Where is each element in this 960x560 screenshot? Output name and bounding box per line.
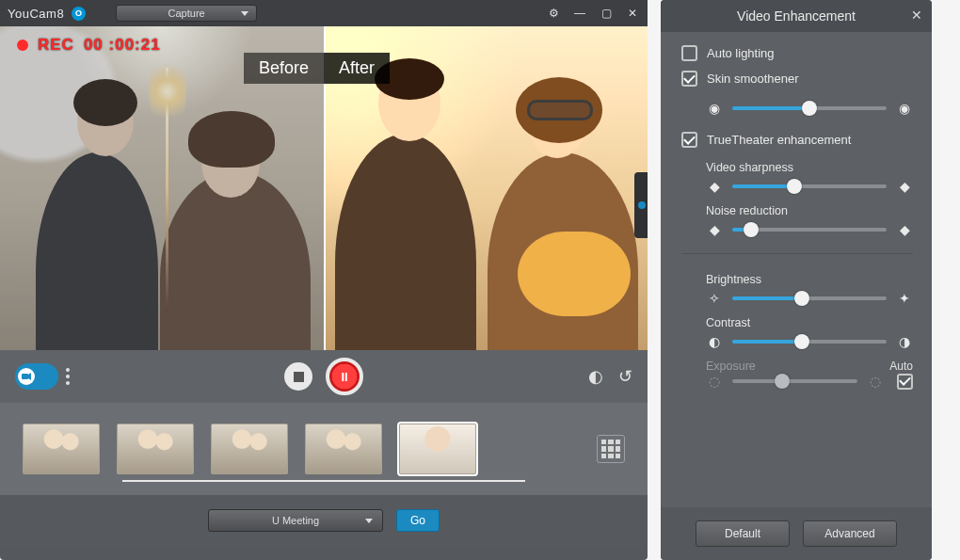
truetheater-checkbox[interactable] — [681, 132, 697, 148]
brightness-slider[interactable] — [732, 296, 887, 300]
app-title: YouCam8 — [8, 7, 64, 21]
advanced-button[interactable]: Advanced — [803, 520, 897, 547]
transport-bar: II ◐ ↺ — [0, 350, 648, 403]
noise-max-icon: ◆ — [896, 221, 913, 238]
close-button[interactable]: ✕ — [625, 6, 640, 21]
noise-reduction-label: Noise reduction — [706, 204, 913, 217]
video-preview: REC 00 :00:21 Before After — [0, 26, 648, 350]
video-sharpness-label: Video sharpness — [706, 161, 913, 174]
launch-app-label: U Meeting — [272, 515, 319, 526]
panel-title: Video Enhancement — [737, 8, 856, 24]
panel-close-button[interactable]: ✕ — [911, 8, 922, 23]
goggles-icon — [527, 100, 593, 120]
noise-min-icon: ◆ — [706, 221, 723, 238]
launch-bar: U Meeting Go — [0, 495, 648, 546]
exposure-label: Exposure — [706, 360, 756, 373]
panel-expand-handle[interactable] — [634, 172, 648, 238]
smooth-max-icon: ◉ — [896, 100, 913, 117]
before-label: Before — [244, 53, 324, 84]
minimize-button[interactable]: — — [572, 6, 587, 21]
thumbnail-strip — [0, 403, 648, 495]
exposure-auto-checkbox[interactable] — [897, 374, 913, 390]
camera-toggle[interactable] — [15, 363, 58, 390]
rec-label: REC — [38, 36, 74, 55]
brightness-label: Brightness — [706, 273, 913, 286]
smooth-min-icon: ◉ — [706, 100, 723, 117]
contrast-label: Contrast — [706, 316, 913, 329]
rec-time: 00 :00:21 — [84, 36, 161, 55]
enhancement-icon[interactable]: ◐ — [588, 366, 603, 387]
truetheater-label: TrueTheater enhancement — [707, 133, 851, 147]
maximize-button[interactable]: ▢ — [599, 6, 614, 21]
title-bar: YouCam8 O Capture ⚙ — ▢ ✕ — [0, 0, 648, 26]
auto-lighting-checkbox[interactable] — [681, 45, 697, 61]
sparkler — [166, 68, 168, 311]
pause-icon: II — [341, 370, 347, 384]
skin-smoothener-slider[interactable] — [732, 106, 887, 110]
exposure-auto-label: Auto — [889, 360, 913, 373]
thumbnail[interactable] — [305, 424, 382, 474]
contrast-min-icon: ◐ — [706, 333, 723, 350]
app-logo-badge: O — [72, 7, 86, 21]
more-menu-icon[interactable] — [66, 368, 79, 385]
pause-record-button[interactable]: II — [326, 358, 363, 395]
contrast-max-icon: ◑ — [896, 333, 913, 350]
mode-dropdown-label: Capture — [168, 8, 205, 19]
camera-icon — [18, 368, 35, 385]
sharpness-max-icon: ◆ — [896, 178, 913, 195]
recording-indicator: REC 00 :00:21 — [17, 36, 161, 55]
grid-view-button[interactable] — [597, 435, 625, 463]
thumbnail[interactable] — [399, 424, 476, 474]
default-button[interactable]: Default — [696, 520, 790, 547]
sharpness-min-icon: ◆ — [706, 178, 723, 195]
thumbnail-scrollbar[interactable] — [122, 480, 525, 482]
settings-icon[interactable]: ⚙ — [546, 6, 561, 21]
launch-app-dropdown[interactable]: U Meeting — [208, 509, 383, 532]
skin-smoothener-checkbox[interactable] — [681, 71, 697, 87]
auto-lighting-label: Auto lighting — [707, 46, 775, 60]
skin-smoothener-label: Skin smoothener — [707, 72, 799, 86]
video-sharpness-slider[interactable] — [732, 184, 887, 188]
go-button[interactable]: Go — [396, 509, 440, 532]
thumbnail[interactable] — [117, 424, 194, 474]
exposure-min-icon: ◌ — [706, 373, 723, 390]
thumbnail[interactable] — [23, 424, 100, 474]
stop-button[interactable] — [284, 362, 312, 391]
reset-icon[interactable]: ↺ — [618, 366, 632, 387]
thumbnail[interactable] — [211, 424, 288, 474]
noise-reduction-slider[interactable] — [732, 228, 887, 232]
record-dot-icon — [17, 40, 28, 51]
exposure-slider — [732, 379, 857, 383]
brightness-max-icon: ✦ — [896, 290, 913, 307]
main-window: YouCam8 O Capture ⚙ — ▢ ✕ — [0, 0, 648, 560]
after-label: After — [324, 53, 390, 84]
svg-rect-0 — [22, 374, 28, 379]
svg-marker-1 — [28, 373, 31, 380]
contrast-slider[interactable] — [732, 340, 887, 344]
panel-footer: Default Advanced — [661, 507, 932, 560]
exposure-max-icon: ◌ — [867, 373, 884, 390]
brightness-min-icon: ✧ — [706, 290, 723, 307]
mode-dropdown[interactable]: Capture — [116, 5, 257, 22]
video-enhancement-panel: Video Enhancement ✕ Auto lighting Skin s… — [661, 0, 932, 560]
panel-header: Video Enhancement ✕ — [661, 0, 932, 32]
